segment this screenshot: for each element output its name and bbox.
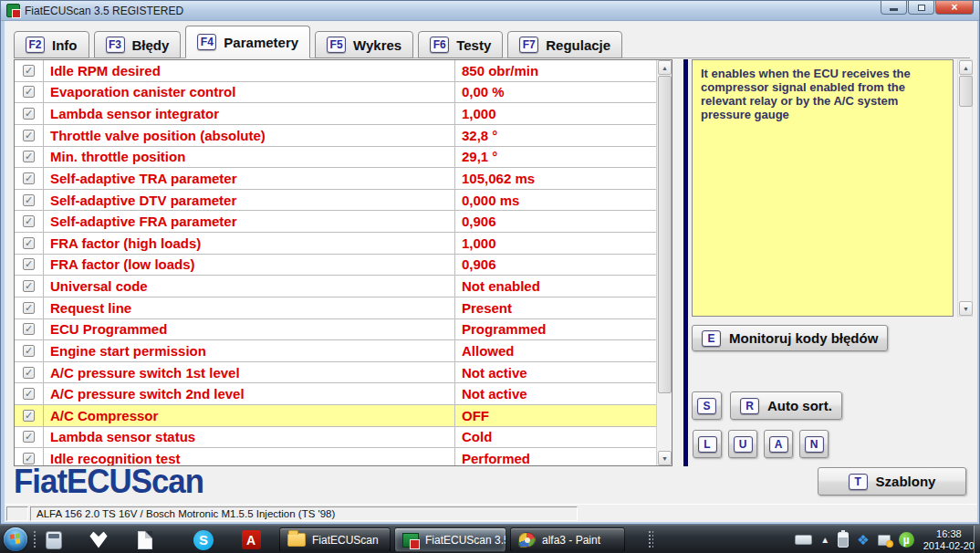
monitor-error-codes-button[interactable]: E Monitoruj kody błędów <box>692 325 888 351</box>
table-row[interactable]: ✓Lambda sensor integrator1,000 <box>15 103 657 125</box>
parameter-value: 105,062 ms <box>454 168 657 189</box>
table-row[interactable]: ✓A/C CompressorOFF <box>15 405 657 427</box>
table-row[interactable]: ✓Self-adaptive FRA parameter0,906 <box>15 211 657 233</box>
taskbar-task-2[interactable]: FiatECUScan 3.5 R... <box>394 527 506 552</box>
adobe-reader-icon[interactable]: A <box>239 528 263 551</box>
info-scroll-down-icon[interactable]: ▼ <box>959 301 973 316</box>
tab-testy[interactable]: F6Testy <box>418 31 503 58</box>
row-checkbox-cell: ✓ <box>15 82 44 103</box>
foobar2000-icon[interactable] <box>87 528 110 551</box>
templates-button[interactable]: T Szablony <box>818 467 966 496</box>
row-checkbox-cell: ✓ <box>15 125 44 146</box>
key-badge-t: T <box>849 474 868 490</box>
task-label: FiatECUScan <box>312 534 379 547</box>
dropbox-icon[interactable]: ❖ <box>857 532 869 548</box>
table-row[interactable]: ✓FRA factor (high loads)1,000 <box>15 233 657 255</box>
show-desktop-button[interactable] <box>974 526 980 553</box>
row-checkbox[interactable]: ✓ <box>23 302 35 314</box>
show-hidden-icons-button[interactable]: ▲ <box>820 535 829 545</box>
row-checkbox[interactable]: ✓ <box>23 172 35 184</box>
restore-icon <box>918 5 925 11</box>
title-bar[interactable]: FiatECUScan 3.5 REGISTERED × <box>1 1 979 21</box>
row-checkbox-cell: ✓ <box>15 383 44 404</box>
skype-icon[interactable]: S <box>192 528 215 551</box>
battery-icon[interactable] <box>838 532 849 548</box>
parameter-value: 850 obr/min <box>454 60 657 81</box>
row-checkbox[interactable]: ✓ <box>23 345 35 357</box>
table-row[interactable]: ✓A/C pressure switch 1st levelNot active <box>15 362 657 384</box>
tab-regulacje[interactable]: F7Regulacje <box>507 31 622 58</box>
row-checkbox[interactable]: ✓ <box>23 431 35 443</box>
row-checkbox[interactable]: ✓ <box>23 194 35 206</box>
scrollbar-thumb[interactable] <box>658 76 672 393</box>
table-row[interactable]: ✓Lambda sensor statusCold <box>15 427 657 449</box>
parameter-name: Self-adaptive DTV parameter <box>44 193 454 208</box>
scroll-up-icon[interactable]: ▲ <box>658 60 672 75</box>
utorrent-icon[interactable]: µ <box>899 532 914 548</box>
row-checkbox[interactable]: ✓ <box>23 108 35 120</box>
table-row[interactable]: ✓Engine start permissionAllowed <box>15 340 657 362</box>
start-button[interactable] <box>4 527 27 551</box>
calculator-icon[interactable] <box>42 528 66 551</box>
info-scrollbar-thumb[interactable] <box>959 76 973 107</box>
tab-info[interactable]: F2Info <box>14 31 89 58</box>
taskbar-task-3[interactable]: alfa3 - Paint <box>510 527 625 552</box>
table-scrollbar[interactable]: ▲ ▼ <box>656 60 672 465</box>
table-row[interactable]: ✓ECU ProgrammedProgrammed <box>15 319 657 341</box>
row-checkbox[interactable]: ✓ <box>23 280 35 292</box>
row-checkbox[interactable]: ✓ <box>23 388 35 400</box>
restore-button[interactable] <box>908 1 934 15</box>
table-row[interactable]: ✓Request linePresent <box>15 297 657 319</box>
table-row[interactable]: ✓Min. throttle position29,1 ° <box>15 147 657 169</box>
row-checkbox[interactable]: ✓ <box>23 258 35 270</box>
row-checkbox[interactable]: ✓ <box>23 237 35 249</box>
network-status-icon[interactable] <box>878 535 891 546</box>
clock-date: 2014-02-20 <box>923 540 975 552</box>
table-row[interactable]: ✓FRA factor (low loads)0,906 <box>15 255 657 276</box>
table-row[interactable]: ✓Self-adaptive DTV parameter0,000 ms <box>15 190 657 212</box>
table-row[interactable]: ✓Universal codeNot enabled <box>15 276 657 297</box>
notepad-icon[interactable] <box>133 528 157 551</box>
sort-button[interactable]: S <box>692 391 722 420</box>
tab-wykres[interactable]: F5Wykres <box>315 31 413 58</box>
scroll-down-icon[interactable]: ▼ <box>658 451 672 465</box>
row-checkbox[interactable]: ✓ <box>23 215 35 227</box>
tab-label: Regulacje <box>546 37 610 53</box>
tab-parametery[interactable]: F4Parametery <box>185 26 310 58</box>
tab-label: Info <box>52 37 78 53</box>
row-checkbox[interactable]: ✓ <box>23 130 35 141</box>
table-row[interactable]: ✓Self-adaptive TRA parameter105,062 ms <box>15 168 657 190</box>
parameter-value: 0,906 <box>454 255 657 276</box>
fiatecuscan-logo: FiatECUScan <box>14 463 203 501</box>
auto-sort-button[interactable]: R Auto sort. <box>730 391 842 420</box>
l-button[interactable]: L <box>693 430 722 458</box>
row-checkbox[interactable]: ✓ <box>23 323 35 335</box>
table-row[interactable]: ✓Evaporation canister control0,00 % <box>15 82 657 104</box>
key-badge-r: R <box>740 398 759 414</box>
tab-błędy[interactable]: F3Błędy <box>94 31 182 58</box>
row-checkbox-cell: ✓ <box>15 297 44 318</box>
row-checkbox[interactable]: ✓ <box>23 151 35 162</box>
info-scrollbar[interactable]: ▲ ▼ <box>957 59 973 317</box>
a-button[interactable]: A <box>764 430 793 458</box>
quick-launch-grip[interactable] <box>33 530 37 549</box>
tray-grip[interactable] <box>648 530 653 549</box>
info-scroll-up-icon[interactable]: ▲ <box>959 60 973 75</box>
minimize-button[interactable] <box>881 1 907 15</box>
row-checkbox[interactable]: ✓ <box>23 410 35 422</box>
table-row[interactable]: ✓A/C pressure switch 2nd levelNot active <box>15 383 657 405</box>
row-checkbox[interactable]: ✓ <box>23 65 35 77</box>
n-button[interactable]: N <box>799 430 829 458</box>
taskbar-clock[interactable]: 16:38 2014-02-20 <box>923 528 975 552</box>
row-checkbox-cell: ✓ <box>15 233 44 254</box>
row-checkbox[interactable]: ✓ <box>23 86 35 98</box>
table-row[interactable]: ✓Throttle valve position (absolute)32,8 … <box>15 125 657 147</box>
u-button[interactable]: U <box>728 430 757 458</box>
taskbar-task-1[interactable]: FiatECUScan <box>279 527 391 552</box>
keyboard-layout-icon[interactable] <box>795 535 812 545</box>
parameter-value: 1,000 <box>454 233 657 254</box>
table-row[interactable]: ✓Idle RPM desired850 obr/min <box>15 60 657 82</box>
close-button[interactable]: × <box>935 1 974 15</box>
row-checkbox[interactable]: ✓ <box>23 367 35 379</box>
parameter-name: FRA factor (low loads) <box>44 256 454 272</box>
